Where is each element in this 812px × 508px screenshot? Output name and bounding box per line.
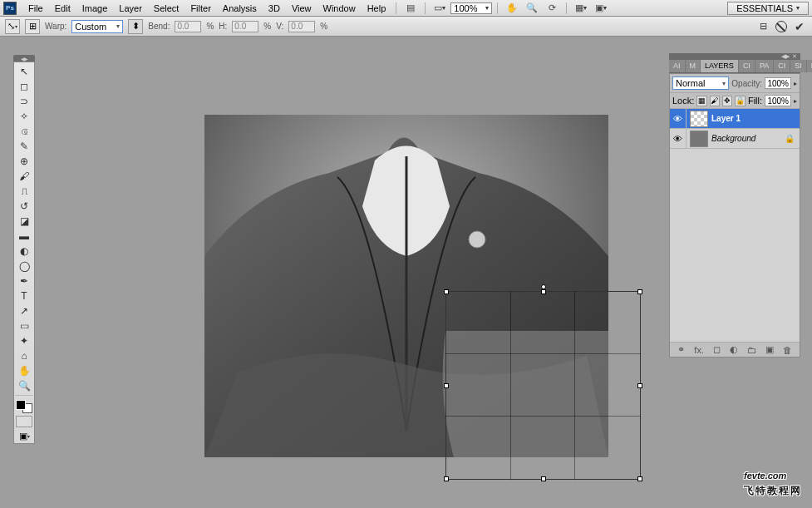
- lock-all-icon[interactable]: 🔒: [735, 96, 746, 106]
- menu-help[interactable]: Help: [362, 2, 391, 15]
- hand-tool[interactable]: ✋: [15, 363, 33, 378]
- v-label: V:: [276, 22, 283, 31]
- layers-panel: Normal▾ Opacity: ▸ Lock: ▦ 🖌 ✥ 🔒 Fill: ▸…: [669, 73, 800, 358]
- type-tool[interactable]: T: [15, 289, 33, 303]
- blend-mode-select[interactable]: Normal▾: [672, 76, 729, 90]
- adjustment-layer-icon[interactable]: ◐: [730, 344, 738, 355]
- eraser-tool[interactable]: ◪: [15, 214, 33, 229]
- tools-panel: ↖ ◻ ⊃ ✧ ⟃ ✎ ⊕ 🖌 ⎍ ↺ ◪ ▬ ◐ ◯ ✒ T ↗ ▭ ✦ ⌂ …: [13, 62, 35, 444]
- screen-mode-toggle[interactable]: ▣▾: [16, 430, 32, 441]
- tab-paths[interactable]: PA: [755, 60, 774, 72]
- layer-mask-icon[interactable]: ◻: [713, 344, 721, 355]
- zoom-level[interactable]: 100%▾: [450, 2, 492, 14]
- tab-layers[interactable]: LAYERS: [701, 60, 739, 72]
- color-swatch[interactable]: [16, 400, 32, 413]
- menu-image[interactable]: Image: [77, 2, 113, 15]
- bridge-icon[interactable]: ▤: [403, 2, 418, 15]
- magic-wand-tool[interactable]: ✧: [15, 109, 33, 124]
- layer-row[interactable]: 👁 Background 🔒: [670, 129, 800, 149]
- zoom-tool[interactable]: 🔍: [15, 378, 33, 393]
- menu-view[interactable]: View: [287, 2, 317, 15]
- delete-layer-icon[interactable]: 🗑: [783, 345, 792, 355]
- layer-name[interactable]: Layer 1: [711, 114, 741, 123]
- bend-label: Bend:: [148, 22, 170, 31]
- healing-tool[interactable]: ⊕: [15, 154, 33, 169]
- menu-edit[interactable]: Edit: [50, 2, 76, 15]
- warp-mesh-icon[interactable]: ⊟: [755, 19, 770, 34]
- tools-collapse-tab[interactable]: [13, 55, 35, 62]
- menu-layer[interactable]: Layer: [114, 2, 147, 15]
- blur-tool[interactable]: ◐: [15, 244, 33, 259]
- menu-filter[interactable]: Filter: [185, 2, 215, 15]
- opacity-flyout-icon[interactable]: ▸: [794, 80, 797, 87]
- dodge-tool[interactable]: ◯: [15, 259, 33, 274]
- arrange-icon[interactable]: ▦▾: [573, 2, 588, 15]
- opacity-label: Opacity:: [731, 79, 762, 88]
- opacity-field[interactable]: [765, 77, 791, 89]
- brush-tool[interactable]: 🖌: [15, 169, 33, 184]
- gradient-tool[interactable]: ▬: [15, 229, 33, 244]
- panel-titlebar[interactable]: ◀▶✕: [669, 53, 800, 60]
- tab-adjustments[interactable]: AI: [669, 60, 686, 72]
- menu-select[interactable]: Select: [149, 2, 185, 15]
- workspace-switcher[interactable]: ESSENTIALS▾: [727, 2, 809, 15]
- rotate-view-icon[interactable]: ⟳: [544, 2, 559, 15]
- cancel-transform-icon[interactable]: [774, 19, 789, 34]
- tab-extra2[interactable]: SI: [790, 60, 807, 72]
- visibility-toggle[interactable]: 👁: [670, 129, 687, 148]
- transform-icon[interactable]: ⤡▾: [5, 19, 20, 34]
- warp-orientation-icon[interactable]: ⬍: [128, 19, 143, 34]
- h-label: H:: [219, 22, 227, 31]
- watermark: fevte.com 飞特教程网: [744, 462, 802, 498]
- tab-extra1[interactable]: CI: [774, 60, 790, 72]
- menu-3d[interactable]: 3D: [263, 2, 285, 15]
- canvas-document[interactable]: [204, 115, 608, 457]
- pen-tool[interactable]: ✒: [15, 274, 33, 289]
- link-layers-icon[interactable]: ⚭: [677, 344, 685, 355]
- lock-position-icon[interactable]: ✥: [722, 96, 732, 106]
- 3d-camera-tool[interactable]: ⌂: [15, 348, 33, 363]
- move-tool[interactable]: ↖: [15, 64, 33, 79]
- 3d-tool[interactable]: ✦: [15, 333, 33, 348]
- lock-pixels-icon[interactable]: 🖌: [710, 96, 720, 106]
- visibility-toggle[interactable]: 👁: [670, 109, 687, 128]
- history-brush-tool[interactable]: ↺: [15, 199, 33, 214]
- warp-label: Warp:: [45, 22, 66, 31]
- view-extras-icon[interactable]: ▭▾: [432, 2, 447, 15]
- tab-channels[interactable]: CI: [739, 60, 755, 72]
- menu-window[interactable]: Window: [318, 2, 361, 15]
- hand-icon[interactable]: ✋: [504, 2, 519, 15]
- warp-style-select[interactable]: Custom▾: [71, 20, 123, 33]
- crop-tool[interactable]: ⟃: [15, 124, 33, 139]
- new-layer-icon[interactable]: ▣: [765, 344, 774, 355]
- tab-extra3[interactable]: NI: [807, 60, 812, 72]
- marquee-tool[interactable]: ◻: [15, 79, 33, 94]
- warp-switch-icon[interactable]: ⊞: [25, 19, 40, 34]
- path-select-tool[interactable]: ↗: [15, 303, 33, 318]
- stamp-tool[interactable]: ⎍: [15, 184, 33, 199]
- svg-point-1: [469, 231, 485, 248]
- tab-masks[interactable]: M: [686, 60, 701, 72]
- quick-mask-toggle[interactable]: [16, 416, 32, 427]
- layer-style-icon[interactable]: fx.: [694, 345, 704, 355]
- layer-thumbnail[interactable]: [690, 111, 708, 127]
- group-icon[interactable]: 🗀: [747, 345, 756, 355]
- layer-row[interactable]: 👁 Layer 1: [670, 109, 800, 129]
- layer-thumbnail[interactable]: [690, 131, 708, 147]
- close-icon: ✕: [792, 53, 797, 60]
- menu-file[interactable]: File: [23, 2, 48, 15]
- commit-transform-icon[interactable]: ✔: [792, 19, 807, 34]
- layers-list: 👁 Layer 1 👁 Background 🔒: [670, 109, 800, 342]
- screen-mode-icon[interactable]: ▣▾: [593, 2, 608, 15]
- lock-transparency-icon[interactable]: ▦: [696, 96, 706, 106]
- fill-field[interactable]: [765, 95, 791, 106]
- eyedropper-tool[interactable]: ✎: [15, 139, 33, 154]
- bend-field: [175, 21, 201, 32]
- layer-name[interactable]: Background: [711, 134, 755, 143]
- fill-flyout-icon[interactable]: ▸: [794, 97, 797, 105]
- zoom-icon[interactable]: 🔍: [524, 2, 539, 15]
- fill-label: Fill:: [748, 96, 762, 106]
- menu-analysis[interactable]: Analysis: [218, 2, 262, 15]
- shape-tool[interactable]: ▭: [15, 318, 33, 333]
- lasso-tool[interactable]: ⊃: [15, 94, 33, 109]
